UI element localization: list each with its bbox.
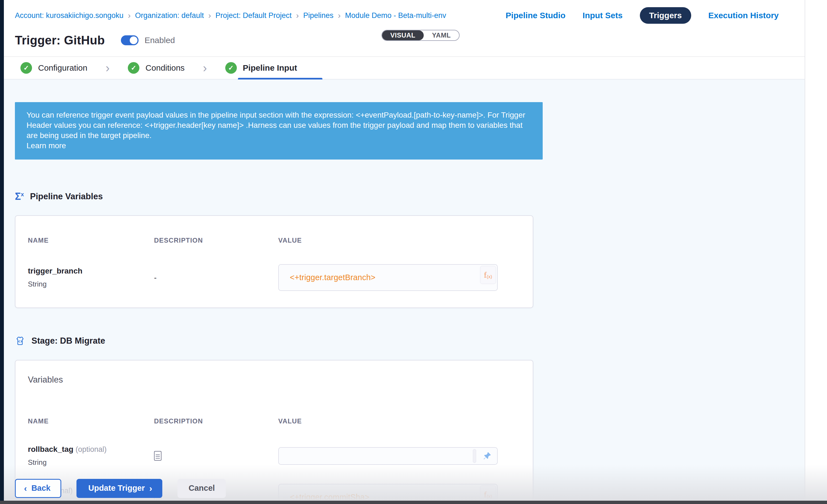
back-button[interactable]: ‹ Back — [15, 479, 61, 498]
trigger-page: Account: kurosakiichigo.songoku › Organi… — [4, 0, 805, 504]
description-tooltip-icon[interactable] — [154, 451, 161, 461]
tab-pipeline-input[interactable]: ✓ Pipeline Input — [225, 62, 297, 74]
breadcrumb-organization[interactable]: Organization: default — [135, 11, 204, 20]
enabled-toggle[interactable] — [121, 35, 139, 45]
back-label: Back — [32, 484, 51, 493]
variable-name: rollback_tag (optional) — [28, 445, 154, 454]
pipeline-variables-heading: Pipeline Variables — [30, 192, 103, 201]
column-description: DESCRIPTION — [154, 237, 278, 244]
pipeline-input-panel: You can reference trigger event payload … — [4, 80, 805, 504]
breadcrumb-pipeline-name[interactable]: Module Demo - Beta-multi-env — [345, 11, 446, 20]
variable-type: String — [28, 458, 154, 467]
stage-icon — [15, 336, 26, 346]
rollback-tag-value-field — [278, 447, 498, 465]
conditions-check-icon: ✓ — [128, 62, 139, 74]
variable-description: - — [154, 273, 156, 282]
enabled-label: Enabled — [145, 36, 175, 45]
rollback-tag-value-input[interactable] — [278, 447, 498, 465]
column-name: NAME — [28, 417, 154, 425]
variable-type: String — [28, 280, 154, 289]
cancel-label: Cancel — [189, 484, 215, 493]
info-banner-text: You can reference trigger event payload … — [27, 111, 525, 140]
bottom-window-edge — [0, 501, 827, 504]
pin-icon — [482, 451, 492, 461]
wizard-footer: ‹ Back Update Trigger › Cancel — [15, 479, 226, 498]
breadcrumb-pipelines[interactable]: Pipelines — [303, 11, 334, 20]
nav-input-sets[interactable]: Input Sets — [583, 11, 623, 20]
pipeline-variables-table-header: NAME DESCRIPTION VALUE — [28, 237, 520, 244]
stage-variables-table-header: NAME DESCRIPTION VALUE — [28, 417, 520, 425]
pipeline-variables-card: NAME DESCRIPTION VALUE trigger_branch St… — [15, 215, 533, 308]
page-title: Trigger: GitHub — [15, 34, 105, 47]
fx-icon: f — [484, 490, 487, 499]
configuration-label: Configuration — [38, 63, 87, 72]
breadcrumb-project[interactable]: Project: Default Project — [215, 11, 291, 20]
breadcrumb-separator: › — [208, 11, 211, 19]
fx-sub-icon: (x) — [487, 274, 492, 280]
nav-pipeline-studio[interactable]: Pipeline Studio — [506, 11, 566, 20]
yaml-tab[interactable]: YAML — [424, 30, 459, 40]
stage-heading: Stage: DB Migrate — [32, 336, 105, 346]
visual-tab[interactable]: VISUAL — [382, 30, 424, 40]
expression-fx-button[interactable]: f(x) — [480, 266, 496, 284]
configuration-check-icon: ✓ — [20, 62, 32, 74]
toggle-knob — [130, 37, 138, 44]
nav-triggers-active[interactable]: Triggers — [640, 7, 691, 24]
input-divider — [473, 449, 476, 463]
update-trigger-label: Update Trigger — [88, 484, 145, 493]
variable-name: trigger_branch — [28, 267, 154, 275]
conditions-label: Conditions — [145, 63, 185, 72]
pipeline-variables-icon: Σx — [15, 192, 24, 201]
stage-section-header: Stage: DB Migrate — [15, 336, 805, 346]
optional-label: (optional) — [76, 445, 107, 453]
nav-execution-history[interactable]: Execution History — [708, 11, 779, 20]
column-name: NAME — [28, 237, 154, 244]
update-trigger-button[interactable]: Update Trigger › — [77, 479, 162, 498]
pipeline-variables-section-header: Σx Pipeline Variables — [15, 192, 805, 201]
breadcrumb-separator: › — [128, 11, 131, 19]
tab-configuration[interactable]: ✓ Configuration — [20, 62, 87, 74]
expression-value: <+trigger.targetBranch> — [290, 273, 376, 282]
pipeline-input-label: Pipeline Input — [243, 63, 297, 72]
fx-icon: f — [484, 270, 487, 280]
chevron-right-icon: › — [105, 62, 110, 74]
chevron-right-icon: › — [203, 62, 207, 74]
breadcrumb-separator: › — [338, 11, 341, 19]
breadcrumb: Account: kurosakiichigo.songoku › Organi… — [15, 11, 446, 20]
trigger-branch-value-input[interactable]: <+trigger.targetBranch> f(x) — [278, 264, 498, 291]
pipeline-section-nav: Pipeline Studio Input Sets Triggers Exec… — [506, 7, 779, 24]
column-value: VALUE — [278, 417, 520, 425]
visual-yaml-toggle: VISUAL YAML — [382, 30, 459, 41]
breadcrumb-separator: › — [296, 11, 299, 19]
tab-conditions[interactable]: ✓ Conditions — [128, 62, 185, 74]
pipeline-input-check-icon: ✓ — [225, 62, 237, 74]
page-header: Account: kurosakiichigo.songoku › Organi… — [4, 0, 805, 49]
chevron-left-icon: ‹ — [24, 484, 27, 493]
column-value: VALUE — [278, 237, 520, 244]
chevron-right-icon: › — [149, 484, 152, 493]
pin-button[interactable] — [478, 449, 495, 463]
breadcrumb-account[interactable]: Account: kurosakiichigo.songoku — [15, 11, 124, 20]
wizard-tabbar: ✓ Configuration › ✓ Conditions › ✓ Pipel… — [4, 56, 805, 80]
fx-sub-icon: (x) — [487, 494, 492, 499]
learn-more-link[interactable]: Learn more — [27, 141, 531, 151]
collapsed-side-nav[interactable] — [0, 0, 4, 504]
table-row: rollback_tag (optional) String — [28, 445, 520, 467]
info-banner: You can reference trigger event payload … — [15, 102, 543, 159]
variables-card-title: Variables — [28, 375, 520, 385]
cancel-button[interactable]: Cancel — [178, 479, 226, 498]
table-row: trigger_branch String - <+trigger.target… — [28, 264, 520, 291]
column-description: DESCRIPTION — [154, 417, 278, 425]
